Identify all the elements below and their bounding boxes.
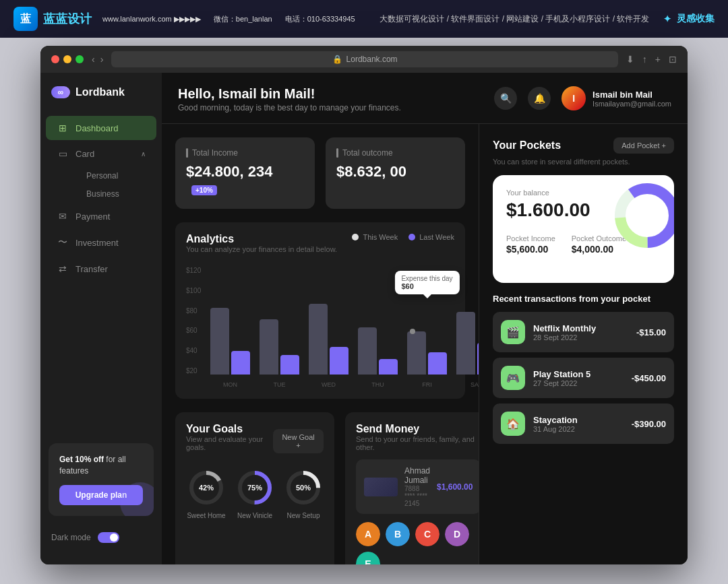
header-actions: 🔍 🔔 I Ismail bin Mail Ismailayam@gmail.c… (494, 86, 671, 110)
upgrade-card-text: Get 10% off for all features (59, 454, 143, 477)
bar-this-week (309, 304, 328, 375)
bar-tooltip: Expense this day$60 (394, 271, 459, 294)
bar-group: Expense this day$60FRI (407, 267, 447, 375)
sidebar-item-payment[interactable]: ✉ Payment (46, 204, 156, 228)
x-axis-label: THU (371, 381, 384, 388)
goal-circle: 75% (235, 467, 275, 508)
transaction-item: 🎬 Netflix Monthly 28 Sept 2022 -$15.00 (493, 312, 674, 352)
transaction-date: 28 Sept 2022 (533, 333, 628, 342)
main-content: Hello, Ismail bin Mail! Good morning, to… (162, 73, 688, 564)
download-icon[interactable]: ⬇ (626, 54, 634, 65)
income-badge: +10% (191, 185, 217, 195)
transactions-list: 🎬 Netflix Monthly 28 Sept 2022 -$15.00 🎮… (493, 312, 674, 444)
bar-group: MON (210, 267, 250, 375)
transaction-name: Netflix Monthly (533, 323, 628, 333)
sidebar-item-card[interactable]: ▭ Card ∧ (46, 141, 156, 166)
avatar-circle: E (356, 552, 380, 564)
sidebar-item-business[interactable]: Business (75, 185, 156, 203)
new-tab-icon[interactable]: + (655, 54, 661, 65)
goal-item: 42% Sweet Home (186, 467, 226, 519)
pocket-income-stat: Pocket Income $5,600.00 (506, 234, 555, 255)
transaction-amount: -$390.00 (632, 419, 666, 429)
legend-dot-last-week (408, 234, 415, 240)
x-axis-label: SAT (471, 381, 479, 388)
upgrade-card: Get 10% off for all features Upgrade pla… (49, 443, 154, 516)
bar-last-week (477, 343, 479, 375)
income-card: Total Income $24.800, 234 +10% (175, 137, 315, 209)
banner-left: 蓝 蓝蓝设计 www.lanlanwork.com ▶▶▶▶▶ 微信：ben_l… (13, 7, 366, 31)
outcome-value: $8.632, 00 (336, 163, 454, 181)
send-avatar[interactable]: D (445, 522, 469, 546)
top-banner: 蓝 蓝蓝设计 www.lanlanwork.com ▶▶▶▶▶ 微信：ben_l… (0, 0, 728, 38)
user-name: Ismail bin Mail (593, 90, 671, 100)
transaction-name: Play Station 5 (533, 369, 624, 379)
sidebar: Lordbank ⊞ Dashboard ▭ Card ∧ Personal B… (40, 73, 162, 564)
legend-dot-this-week (352, 234, 359, 240)
send-avatar[interactable]: E (356, 552, 380, 564)
x-axis-label: FRI (422, 381, 432, 388)
new-goal-button[interactable]: New Goal + (273, 429, 324, 453)
pockets-header: Your Pockets Add Pocket + (493, 137, 674, 154)
send-avatar[interactable]: B (386, 522, 410, 546)
bar-last-week (280, 355, 299, 375)
transaction-date: 31 Aug 2022 (533, 425, 624, 433)
dark-mode-switch[interactable] (98, 532, 119, 543)
back-icon[interactable]: ‹ (92, 54, 95, 65)
y-axis-label: $60 (186, 327, 206, 334)
goal-percent: 42% (199, 484, 214, 492)
share-icon[interactable]: ↑ (642, 54, 647, 65)
y-axis-label: $80 (186, 307, 206, 315)
tabs-icon[interactable]: ⊡ (669, 54, 677, 65)
goal-name: New Vinicle (237, 512, 272, 519)
banner-logo-text: 蓝蓝设计 (43, 11, 92, 27)
goals-header: Your Goals View and evaluate your goals.… (186, 423, 324, 459)
goals-row: 42% Sweet Home 75% New Vinicle 50% New S… (186, 467, 324, 519)
transaction-info: Netflix Monthly 28 Sept 2022 (533, 323, 628, 342)
minimize-button[interactable] (63, 55, 71, 63)
sidebar-item-label: Payment (75, 212, 110, 222)
bar-stack-wrapper: Expense this day$60 (407, 267, 447, 375)
url-text: Lordbank.com (346, 55, 398, 64)
user-avatar: I (562, 86, 586, 110)
browser-nav: ‹ › (92, 54, 103, 65)
bar-last-week (428, 352, 447, 375)
tooltip-dot (410, 329, 415, 334)
search-icon: 🔍 (500, 93, 512, 104)
bar-group: THU (358, 267, 398, 375)
send-avatar[interactable]: A (356, 522, 380, 546)
lordbank-logo-icon (51, 86, 70, 98)
transaction-icon: 🎮 (501, 366, 525, 390)
user-profile[interactable]: I Ismail bin Mail Ismailayam@gmail.com (562, 86, 671, 110)
transaction-name: Staycation (533, 415, 624, 425)
balance-donut-chart (613, 182, 674, 249)
transaction-amount: -$450.00 (632, 373, 666, 383)
pocket-income-label: Pocket Income (506, 234, 555, 242)
close-button[interactable] (51, 55, 59, 63)
transaction-amount: -$15.00 (636, 327, 666, 337)
sidebar-item-personal[interactable]: Personal (75, 167, 156, 185)
forward-icon[interactable]: › (100, 54, 104, 65)
sidebar-item-investment[interactable]: 〜 Investment (46, 230, 156, 255)
greeting-title: Hello, Ismail bin Mail! (178, 86, 401, 102)
search-button[interactable]: 🔍 (494, 87, 517, 110)
sidebar-item-label: Dashboard (75, 123, 119, 133)
browser-chrome: ‹ › 🔒 Lordbank.com ⬇ ↑ + ⊡ (40, 46, 688, 73)
address-bar[interactable]: 🔒 Lordbank.com (111, 51, 617, 67)
y-axis-label: $100 (186, 287, 206, 294)
bar-this-week (260, 319, 278, 375)
pocket-income-value: $5,600.00 (506, 244, 555, 255)
add-pocket-button[interactable]: Add Pocket + (613, 137, 674, 154)
goal-item: 75% New Vinicle (235, 467, 275, 519)
sidebar-item-transfer[interactable]: ⇄ Transfer (46, 257, 156, 281)
transaction-info: Play Station 5 27 Sept 2022 (533, 369, 624, 387)
notification-button[interactable]: 🔔 (528, 87, 551, 110)
sidebar-item-dashboard[interactable]: ⊞ Dashboard (46, 116, 156, 140)
bar-last-week (231, 351, 250, 375)
sidebar-logo-text: Lordbank (75, 86, 125, 98)
banner-logo: 蓝 蓝蓝设计 (13, 7, 92, 31)
maximize-button[interactable] (75, 55, 84, 63)
balance-card: Your balance $1.600.00 Pocket Income $5,… (493, 175, 674, 283)
send-avatar[interactable]: C (415, 522, 439, 546)
bar-stack-wrapper (358, 267, 398, 375)
sidebar-nav: ⊞ Dashboard ▭ Card ∧ Personal Business ✉… (40, 115, 162, 435)
